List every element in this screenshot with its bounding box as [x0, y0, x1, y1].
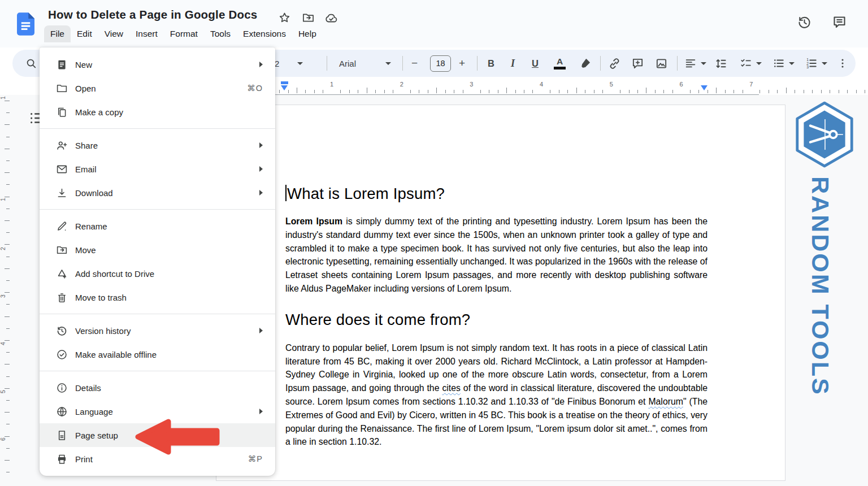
- underline-button[interactable]: U: [532, 50, 539, 77]
- drive-add-icon: [56, 268, 68, 280]
- menu-item-label: Details: [75, 383, 263, 393]
- envelope-icon: [56, 163, 68, 175]
- ruler-tick: [5, 316, 10, 317]
- right-indent-marker[interactable]: [701, 85, 708, 90]
- menubar-item-tools[interactable]: Tools: [204, 25, 237, 42]
- ruler-tick: [5, 220, 10, 221]
- line-spacing-button[interactable]: [714, 50, 727, 77]
- font-size-field[interactable]: 18: [430, 50, 451, 77]
- file-menu-item-move[interactable]: Move: [40, 238, 275, 262]
- font-dropdown[interactable]: Arial: [339, 50, 391, 77]
- increase-font-size-button[interactable]: +: [459, 50, 465, 77]
- menubar-item-insert[interactable]: Insert: [129, 25, 164, 42]
- document-content: What is Lorem Ipsum? Lorem Ipsum is simp…: [285, 185, 708, 449]
- version-history-icon[interactable]: [797, 15, 812, 30]
- file-menu-item-make-available-offline[interactable]: Make available offline: [40, 342, 275, 366]
- text-color-button[interactable]: A: [554, 50, 566, 77]
- doc-paragraph-2: Contrary to popular belief, Lorem Ipsum …: [285, 341, 708, 449]
- ruler-tick: [672, 90, 673, 93]
- ruler-tick: [646, 88, 646, 93]
- more-options-button[interactable]: [836, 50, 849, 77]
- highlight-color-button[interactable]: [579, 50, 592, 77]
- ruler-tick: [445, 90, 446, 93]
- numbered-list-dropdown[interactable]: 1 2 3: [805, 50, 827, 77]
- move-to-folder-icon[interactable]: [302, 11, 315, 24]
- menubar-item-view[interactable]: View: [98, 25, 129, 42]
- add-comment-button[interactable]: [631, 50, 644, 77]
- menubar-item-help[interactable]: Help: [292, 25, 323, 42]
- google-docs-icon[interactable]: [17, 12, 34, 36]
- chevron-down-icon: [385, 62, 391, 65]
- file-menu-item-move-to-trash[interactable]: Move to trash: [40, 285, 275, 309]
- ruler-tick: [6, 280, 10, 281]
- ruler-tick: [5, 197, 10, 197]
- file-menu-item-make-a-copy[interactable]: Make a copy: [40, 100, 275, 124]
- paragraph-text: Lorem Ipsum: [285, 216, 342, 226]
- menubar-item-file[interactable]: File: [44, 25, 71, 42]
- file-menu-item-open[interactable]: Open⌘O: [40, 76, 275, 100]
- checklist-dropdown[interactable]: [740, 50, 762, 77]
- ruler-number: 2: [400, 81, 403, 88]
- offline-check-icon: [56, 349, 68, 361]
- menu-item-label: Email: [75, 164, 259, 174]
- insert-image-button[interactable]: [655, 50, 668, 77]
- svg-text:3: 3: [806, 65, 809, 69]
- ruler-tick: [6, 160, 10, 161]
- bold-button[interactable]: B: [488, 50, 494, 77]
- submenu-arrow-icon: [259, 166, 263, 172]
- document-page[interactable]: What is Lorem Ipsum? Lorem Ipsum is simp…: [216, 105, 785, 481]
- ruler-tick: [804, 90, 804, 93]
- ruler-tick: [663, 90, 664, 93]
- file-menu-item-download[interactable]: Download: [40, 181, 275, 205]
- ruler-tick: [629, 90, 630, 93]
- file-menu-item-email[interactable]: Email: [40, 157, 275, 181]
- insert-link-button[interactable]: [608, 50, 621, 77]
- left-indent-marker[interactable]: [281, 85, 288, 90]
- submenu-arrow-icon: [259, 142, 263, 148]
- comments-icon[interactable]: [832, 15, 847, 30]
- ruler-number: 3: [0, 294, 6, 298]
- menu-item-label: Download: [75, 188, 259, 198]
- file-menu: NewOpen⌘OMake a copyShareEmailDownloadRe…: [40, 47, 275, 476]
- search-menus-button[interactable]: [25, 50, 37, 77]
- new-doc-icon: [56, 59, 68, 71]
- file-menu-item-share[interactable]: Share: [40, 133, 275, 157]
- file-menu-item-rename[interactable]: Rename: [40, 214, 275, 238]
- styles-dropdown[interactable]: 2: [275, 50, 303, 77]
- ruler-number: 5: [0, 390, 6, 393]
- file-menu-item-version-history[interactable]: Version history: [40, 319, 275, 342]
- cloud-saved-icon[interactable]: [324, 11, 337, 24]
- ruler-tick: [524, 90, 524, 93]
- first-line-indent-marker[interactable]: [281, 81, 288, 84]
- align-dropdown[interactable]: [684, 50, 706, 77]
- menubar-item-edit[interactable]: Edit: [71, 25, 98, 42]
- document-title[interactable]: How to Delete a Page in Google Docs: [48, 8, 257, 21]
- ruler-baseline: [275, 94, 759, 95]
- file-menu-item-add-shortcut-to-drive[interactable]: Add shortcut to Drive: [40, 262, 275, 285]
- menu-divider: [40, 314, 275, 314]
- menu-item-label: Add shortcut to Drive: [75, 269, 263, 279]
- menu-item-label: Version history: [75, 326, 259, 336]
- ruler-tick: [655, 90, 656, 93]
- ruler-number: 7: [749, 81, 753, 88]
- ruler-tick: [515, 90, 516, 93]
- text-color-swatch: [554, 67, 566, 70]
- menubar-item-extensions[interactable]: Extensions: [237, 25, 292, 42]
- menu-item-label: Move to trash: [75, 293, 263, 302]
- ruler-tick: [358, 90, 358, 93]
- ruler-tick: [743, 90, 743, 93]
- decrease-font-size-button[interactable]: −: [411, 50, 418, 77]
- page-icon: [56, 429, 68, 441]
- doc-paragraph-1: Lorem Ipsum is simply dummy text of the …: [285, 215, 708, 296]
- file-menu-item-details[interactable]: Details: [40, 376, 275, 400]
- star-icon[interactable]: [278, 11, 291, 24]
- doc-heading-1: What is Lorem Ipsum?: [285, 185, 708, 203]
- bulleted-list-dropdown[interactable]: [772, 50, 795, 77]
- file-menu-item-new[interactable]: New: [40, 53, 275, 76]
- italic-button[interactable]: I: [511, 50, 515, 77]
- history-icon: [56, 325, 68, 337]
- vertical-ruler[interactable]: 1123456: [0, 95, 11, 486]
- chevron-down-icon: [822, 62, 827, 65]
- menubar-item-format[interactable]: Format: [164, 25, 204, 42]
- ruler-tick: [428, 90, 428, 93]
